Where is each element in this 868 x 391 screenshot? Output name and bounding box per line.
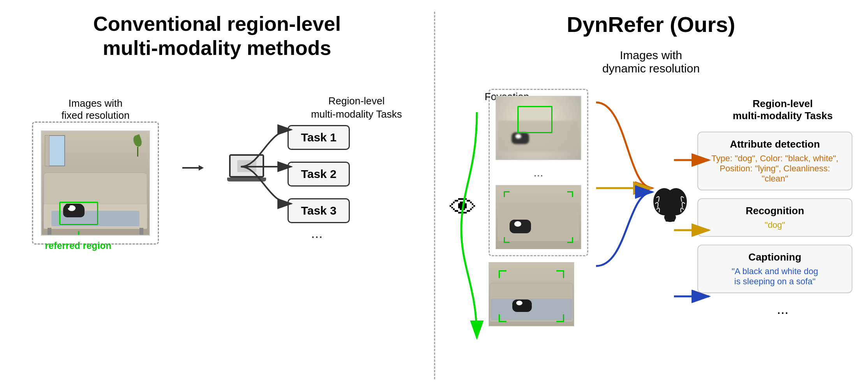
captioning-content: "A black and white dogis sleeping on a s… (706, 266, 844, 287)
captioning-title: Captioning (706, 251, 844, 263)
fixed-resolution-box: referred region (32, 122, 159, 245)
arrow-to-label (75, 231, 83, 236)
output-title-l1: Region-level (753, 98, 813, 109)
sofa-image (41, 130, 150, 236)
leg2 (139, 228, 143, 235)
caption-line2: fixed resolution (62, 109, 130, 121)
curtain (45, 135, 49, 166)
leg1 (48, 228, 51, 235)
tasks-section: Region-level multi-modality Tasks (288, 95, 402, 241)
referred-region-label: referred region (45, 240, 111, 251)
s-corner-tl-h (499, 270, 506, 271)
s-corner-tr-v (563, 270, 564, 278)
output-title-l2: multi-modality Tasks (733, 110, 833, 122)
tasks-label-line1: Region-level (328, 95, 385, 107)
recognition-content: "dog" (706, 220, 844, 230)
output-section-title: Region-level multi-modality Tasks (713, 98, 852, 122)
main-container: Conventional region-level multi-modality… (0, 0, 868, 391)
attribute-detection-box: Attribute detection Type: "dog", Color: … (697, 132, 852, 190)
left-title: Conventional region-level multi-modality… (93, 12, 341, 60)
attribute-detection-title: Attribute detection (706, 138, 844, 150)
svg-point-14 (664, 213, 676, 222)
saccade-image (489, 262, 574, 326)
left-panel: Conventional region-level multi-modality… (0, 0, 434, 391)
dashed-box-right: ... (489, 89, 588, 256)
right-panel: DynRefer (Ours) Images with dynamic reso… (434, 0, 868, 391)
foveation-image (496, 96, 581, 160)
dog-on-sofa (63, 204, 94, 221)
task-arrows-svg (237, 106, 346, 231)
left-content: Images with fixed resolution (16, 92, 418, 245)
plant (134, 135, 141, 157)
image-to-laptop-arrow (182, 158, 206, 178)
right-content: 👁 Foveation Saccade (450, 87, 852, 328)
s-corner-bl-v (499, 314, 500, 322)
output-section: Region-level multi-modality Tasks (697, 98, 852, 317)
svg-rect-12 (667, 192, 673, 215)
brain-icon (651, 184, 690, 231)
converging-arrows-svg (596, 56, 658, 328)
image-caption: Images with fixed resolution (62, 97, 130, 122)
green-arrow-svg (457, 112, 496, 346)
corner-bl-v (504, 237, 505, 243)
dynamic-images-container: Foveation Saccade (489, 89, 588, 326)
corner-br-v (572, 237, 573, 243)
left-image-section: Images with fixed resolution (32, 92, 159, 245)
between-dots: ... (533, 166, 543, 179)
right-dots: ... (713, 301, 852, 317)
attribute-detection-content: Type: "dog", Color: "black, white",Posit… (706, 153, 844, 184)
foveation-green-box (517, 106, 552, 133)
recognition-title: Recognition (706, 205, 844, 217)
s-corner-br-v (563, 314, 564, 322)
left-title-line1: Conventional region-level (93, 12, 341, 35)
right-title: DynRefer (Ours) (567, 12, 736, 37)
left-title-line2: multi-modality methods (103, 37, 331, 59)
corner-tr-v (572, 191, 573, 197)
caption-line1: Images with (69, 97, 123, 109)
s-corner-tl-v (499, 270, 500, 278)
svg-marker-3 (199, 165, 204, 171)
corner-tl-v (504, 191, 505, 197)
mid-image (496, 185, 581, 249)
captioning-box: Captioning "A black and white dogis slee… (697, 245, 852, 293)
s-corner-bl-h (499, 321, 506, 322)
recognition-box: Recognition "dog" (697, 198, 852, 237)
